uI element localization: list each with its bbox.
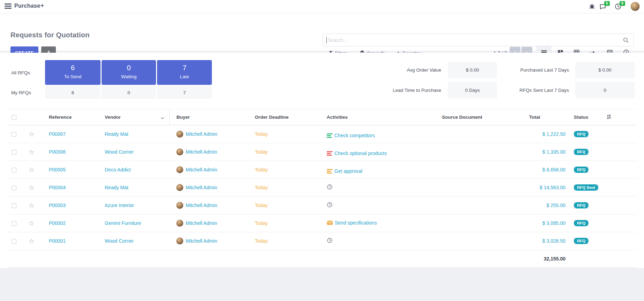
source-document: [442, 161, 529, 179]
header-source-document[interactable]: Source Document: [442, 109, 529, 125]
table-row[interactable]: ☆ P00005 Deco Addict Mitchell Admin Toda…: [7, 161, 637, 179]
table-row[interactable]: ☆ P00006 Wood Corner Mitchell Admin Toda…: [7, 143, 637, 161]
status-badge: RFQ: [574, 167, 589, 173]
favorite-star-icon[interactable]: ☆: [28, 166, 34, 174]
reference-link[interactable]: P00006: [49, 149, 66, 155]
header-buyer[interactable]: Buyer: [169, 109, 248, 125]
select-all-checkbox[interactable]: [12, 115, 16, 120]
table-row[interactable]: ☆ P00003 Azure Interior Mitchell Admin T…: [7, 197, 637, 214]
hamburger-menu-icon[interactable]: [5, 3, 12, 9]
rfq-list-table: Reference Vendor Buyer Order Deadline Ac…: [7, 109, 637, 268]
favorite-star-icon[interactable]: ☆: [28, 202, 34, 209]
sort-caret-icon: [161, 115, 164, 120]
buyer-link[interactable]: Mitchell Admin: [186, 220, 217, 226]
card-late[interactable]: 7 Late: [157, 60, 212, 85]
row-checkbox[interactable]: [12, 203, 16, 208]
vendor-link[interactable]: Deco Addict: [105, 167, 131, 172]
header-activities[interactable]: Activities: [327, 109, 442, 125]
reference-link[interactable]: P00005: [49, 167, 66, 172]
header-order-deadline[interactable]: Order Deadline: [248, 109, 327, 125]
total-amount: $ 3,095.00: [542, 220, 565, 226]
total-amount: $ 3,026.50: [542, 238, 565, 244]
vendor-link[interactable]: Azure Interior: [105, 203, 134, 208]
stat-lead-time-label: Lead Time to Purchase: [336, 88, 441, 93]
buyer-link[interactable]: Mitchell Admin: [186, 167, 217, 172]
search-icon[interactable]: [622, 37, 629, 44]
sum-total: 32,155.00: [544, 256, 565, 262]
reference-link[interactable]: P00001: [49, 238, 66, 244]
activity-cell[interactable]: Check optional products: [327, 150, 387, 156]
reference-link[interactable]: P00003: [49, 203, 66, 208]
adjust-columns-icon[interactable]: [606, 109, 637, 125]
all-rfqs-filter[interactable]: All RFQs: [11, 70, 30, 75]
stat-rfqs-sent-7-days-label: RFQs Sent Last 7 Days: [464, 88, 569, 93]
activities-badge: 9: [620, 1, 625, 6]
card-waiting[interactable]: 0 Waiting: [102, 60, 156, 85]
user-avatar[interactable]: [630, 2, 640, 11]
buyer-link[interactable]: Mitchell Admin: [186, 131, 217, 137]
my-to-send-count[interactable]: 6: [45, 86, 101, 99]
row-checkbox[interactable]: [12, 132, 16, 137]
activity-cell[interactable]: [327, 184, 334, 190]
favorite-star-icon[interactable]: ☆: [28, 237, 34, 245]
search-input[interactable]: Search...: [323, 34, 634, 46]
source-document: [442, 143, 529, 161]
my-late-count[interactable]: 7: [157, 86, 212, 99]
vendor-link[interactable]: Wood Corner: [105, 238, 134, 244]
table-sum-row: 32,155.00: [7, 250, 637, 268]
buyer-link[interactable]: Mitchell Admin: [186, 185, 217, 190]
total-amount: $ 1,335.00: [542, 149, 565, 155]
activity-cell[interactable]: [327, 202, 334, 208]
plus-icon[interactable]: +: [40, 2, 44, 9]
bug-icon[interactable]: [589, 3, 596, 10]
row-checkbox[interactable]: [12, 150, 16, 155]
favorite-star-icon[interactable]: ☆: [28, 148, 34, 156]
header-reference[interactable]: Reference: [40, 109, 98, 125]
app-menu-purchase[interactable]: Purchase: [14, 3, 40, 9]
buyer-link[interactable]: Mitchell Admin: [186, 149, 217, 155]
favorite-star-icon[interactable]: ☆: [28, 220, 34, 227]
favorite-star-icon[interactable]: ☆: [28, 184, 34, 191]
activity-cell[interactable]: Get approval: [327, 168, 362, 174]
reference-link[interactable]: P00002: [49, 220, 66, 226]
status-badge: RFQ: [574, 149, 589, 155]
row-checkbox[interactable]: [12, 168, 16, 172]
clock-icon: [327, 202, 333, 208]
table-row[interactable]: ☆ P00002 Gemini Furniture Mitchell Admin…: [7, 214, 637, 232]
vendor-link[interactable]: Ready Mat: [105, 131, 128, 137]
status-badge: RFQ: [574, 202, 589, 208]
buyer-link[interactable]: Mitchell Admin: [186, 203, 217, 208]
my-rfqs-filter[interactable]: My RFQs: [11, 90, 31, 95]
header-vendor[interactable]: Vendor: [98, 109, 169, 125]
table-row[interactable]: ☆ P00007 Ready Mat Mitchell Admin Today …: [7, 125, 637, 143]
topbar: Purchase + 5 9: [0, 0, 644, 13]
control-panel: Requests for Quotation CREATE Search... …: [0, 13, 644, 51]
card-to-send[interactable]: 6 To Send: [45, 60, 101, 85]
stat-rfqs-sent-7-days[interactable]: 0: [575, 82, 635, 98]
vendor-link[interactable]: Ready Mat: [105, 185, 128, 190]
stat-avg-order-value-label: Avg Order Value: [336, 67, 441, 73]
table-row[interactable]: ☆ P00001 Wood Corner Mitchell Admin Toda…: [7, 232, 637, 250]
row-checkbox[interactable]: [12, 239, 16, 244]
total-amount: $ 8,658.00: [542, 167, 565, 172]
stat-purchased-7-days[interactable]: $ 0.00: [575, 62, 635, 78]
activity-cell[interactable]: [327, 237, 334, 243]
vendor-link[interactable]: Wood Corner: [105, 149, 134, 155]
header-total[interactable]: Total: [529, 109, 568, 125]
total-amount: $ 14,563.00: [540, 185, 565, 190]
buyer-link[interactable]: Mitchell Admin: [186, 238, 217, 244]
reference-link[interactable]: P00004: [49, 185, 66, 190]
activity-cell[interactable]: Send specifications: [327, 220, 377, 226]
buyer-avatar: [176, 184, 183, 191]
reference-link[interactable]: P00007: [49, 131, 66, 137]
favorite-star-icon[interactable]: ☆: [28, 131, 34, 138]
buyer-avatar: [176, 131, 183, 138]
activity-cell[interactable]: Check competitors: [327, 133, 375, 138]
row-checkbox[interactable]: [12, 185, 16, 190]
vendor-link[interactable]: Gemini Furniture: [105, 220, 141, 226]
content-area: All RFQs My RFQs 6 To Send 0 Waiting 7 L…: [0, 53, 644, 268]
table-row[interactable]: ☆ P00004 Ready Mat Mitchell Admin Today …: [7, 179, 637, 197]
my-waiting-count[interactable]: 0: [102, 86, 156, 99]
header-status[interactable]: Status: [568, 109, 606, 125]
row-checkbox[interactable]: [12, 221, 16, 226]
